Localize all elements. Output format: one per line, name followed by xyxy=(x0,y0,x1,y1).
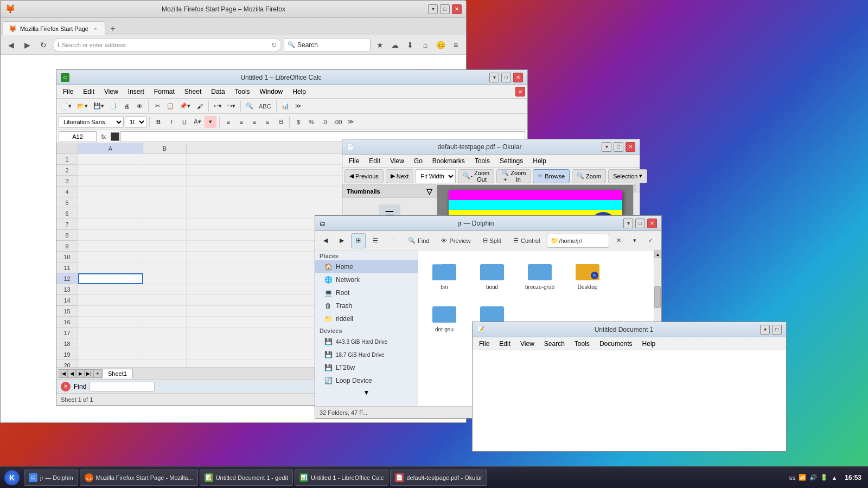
cell-b2[interactable] xyxy=(143,165,187,176)
cell-a19[interactable] xyxy=(78,349,143,360)
calc-italic-btn[interactable]: I xyxy=(165,116,177,128)
row-17[interactable]: 17 xyxy=(56,328,78,338)
taskbar-item-calc[interactable]: 📊 Untitled 1 - LibreOffice Calc xyxy=(295,470,388,486)
calc-align-right-btn[interactable]: ≡ xyxy=(248,116,260,128)
gedit-menu-documents[interactable]: Documents xyxy=(595,339,637,349)
firefox-tab-main[interactable]: 🦊 Mozilla Firefox Start Page × xyxy=(3,21,105,35)
dolphin-close-btn[interactable]: ✕ xyxy=(647,219,657,228)
okular-sidebar-filter[interactable]: ▽ xyxy=(426,187,432,196)
firefox-address-bar[interactable]: ℹ Search or enter address ↻ xyxy=(53,38,282,52)
okular-menu-edit[interactable]: Edit xyxy=(365,156,385,166)
place-root[interactable]: 💻 Root xyxy=(315,286,418,299)
calc-underline-btn[interactable]: U xyxy=(178,116,190,128)
cell-b19[interactable] xyxy=(143,349,187,360)
cell-b1[interactable] xyxy=(143,154,187,165)
sheet-add-tab[interactable]: + xyxy=(93,369,102,378)
row-13[interactable]: 13 xyxy=(56,284,78,295)
cell-b7[interactable] xyxy=(143,219,187,230)
calc-tb-redo[interactable]: ↪▾ xyxy=(225,100,238,112)
cell-b6[interactable] xyxy=(143,208,187,219)
okular-next-btn[interactable]: ▶ Next xyxy=(386,169,414,183)
cell-b14[interactable] xyxy=(143,295,187,306)
calc-tb-find[interactable]: 🔍 xyxy=(244,100,256,112)
cell-b3[interactable] xyxy=(143,176,187,187)
calc-menu-format[interactable]: Format xyxy=(150,87,179,97)
firefox-reload-btn[interactable]: ↻ xyxy=(36,38,50,52)
calc-tb-paste[interactable]: 📌▾ xyxy=(177,100,193,112)
calc-size-selector[interactable]: 10 xyxy=(125,116,146,128)
calc-menu-data[interactable]: Data xyxy=(207,87,229,97)
firefox-pocket-btn[interactable]: ⬇ xyxy=(403,38,417,52)
gedit-menu-view[interactable]: View xyxy=(516,339,539,349)
cell-reference-input[interactable] xyxy=(59,131,97,142)
cell-a4[interactable] xyxy=(78,187,143,197)
taskbar-item-dolphin[interactable]: 🗂 jr — Dolphin xyxy=(24,470,78,486)
gedit-menu-tools[interactable]: Tools xyxy=(570,339,594,349)
calc-close-btn[interactable]: ✕ xyxy=(513,73,523,82)
cell-b10[interactable] xyxy=(143,252,187,262)
calc-menu-tools[interactable]: Tools xyxy=(231,87,254,97)
firefox-new-tab-btn[interactable]: + xyxy=(106,22,119,35)
calc-menu-window[interactable]: Window xyxy=(256,87,288,97)
calc-tb-undo[interactable]: ↩▾ xyxy=(212,100,224,112)
row-8[interactable]: 8 xyxy=(56,230,78,241)
dolphin-maximize-btn[interactable]: □ xyxy=(635,219,645,228)
gedit-menu-search[interactable]: Search xyxy=(540,339,569,349)
calc-maximize-btn[interactable]: □ xyxy=(501,73,511,82)
cell-a17[interactable] xyxy=(78,328,143,338)
row-11[interactable]: 11 xyxy=(56,262,78,273)
dolphin-address-expand[interactable]: ▾ xyxy=(628,233,641,248)
cell-a3[interactable] xyxy=(78,176,143,187)
cell-b18[interactable] xyxy=(143,338,187,349)
row-6[interactable]: 6 xyxy=(56,208,78,219)
cell-a6[interactable] xyxy=(78,208,143,219)
place-hd-443[interactable]: 💾 443.3 GiB Hard Drive xyxy=(315,335,418,348)
row-12[interactable]: 12 xyxy=(56,273,78,284)
row-15[interactable]: 15 xyxy=(56,306,78,317)
cell-b15[interactable] xyxy=(143,306,187,317)
cell-a9[interactable] xyxy=(78,241,143,252)
calc-currency-btn[interactable]: $ xyxy=(292,116,304,128)
calc-tb-print[interactable]: 🖨 xyxy=(120,100,132,112)
okular-maximize-btn[interactable]: □ xyxy=(614,142,623,152)
place-hd-18[interactable]: 💾 18.7 GiB Hard Drive xyxy=(315,348,418,361)
calc-tb-cut[interactable]: ✂ xyxy=(151,100,163,112)
firefox-home-btn[interactable]: ⌂ xyxy=(418,38,432,52)
file-dot-gnu[interactable]: dot-gnu xyxy=(423,297,466,335)
sheet-nav-next[interactable]: ▶ xyxy=(76,369,85,378)
dolphin-minimize-btn[interactable]: ▾ xyxy=(623,219,633,228)
row-10[interactable]: 10 xyxy=(56,252,78,262)
firefox-back-btn[interactable]: ◀ xyxy=(4,38,18,52)
okular-zoom-in-btn[interactable]: 🔍+ Zoom In xyxy=(496,169,531,183)
cell-a20[interactable] xyxy=(78,360,143,367)
calc-bold-btn[interactable]: B xyxy=(152,116,164,128)
sheet-nav-first[interactable]: |◀ xyxy=(59,369,67,378)
dolphin-back-btn[interactable]: ◀ xyxy=(318,233,333,248)
sheet-nav-prev[interactable]: ◀ xyxy=(67,369,76,378)
row-14[interactable]: 14 xyxy=(56,295,78,306)
cell-a14[interactable] xyxy=(78,295,143,306)
dolphin-address-confirm[interactable]: ✓ xyxy=(643,233,658,248)
calc-tb-open[interactable]: 📂▾ xyxy=(75,100,90,112)
dolphin-view-icons-btn[interactable]: ⊞ xyxy=(351,233,366,248)
row-18[interactable]: 18 xyxy=(56,338,78,349)
okular-zoom-btn[interactable]: 🔍 Zoom xyxy=(572,169,606,183)
row-5[interactable]: 5 xyxy=(56,197,78,208)
row-19[interactable]: 19 xyxy=(56,349,78,360)
calc-more2-btn[interactable]: ≫ xyxy=(345,116,357,128)
col-header-b[interactable]: B xyxy=(143,143,187,154)
okular-menu-go[interactable]: Go xyxy=(410,156,427,166)
okular-menu-help[interactable]: Help xyxy=(528,156,551,166)
dolphin-preview-btn[interactable]: 👁 Preview xyxy=(436,233,475,248)
calc-decimal-dec-btn[interactable]: .00 xyxy=(331,116,344,128)
gedit-menu-edit[interactable]: Edit xyxy=(495,339,515,349)
taskbar-item-firefox[interactable]: 🦊 Mozilla Firefox Start Page - Mozilla..… xyxy=(80,470,198,486)
firefox-minimize-btn[interactable]: ▾ xyxy=(428,4,438,14)
calc-align-justify-btn[interactable]: ≡ xyxy=(261,116,273,128)
okular-menu-view[interactable]: View xyxy=(386,156,409,166)
taskbar-start-btn[interactable]: K xyxy=(2,469,22,486)
firefox-tab-close[interactable]: × xyxy=(92,25,99,33)
place-trash[interactable]: 🗑 Trash xyxy=(315,299,418,312)
taskbar-item-okular[interactable]: 📄 default-testpage.pdf - Okular xyxy=(390,470,487,486)
dolphin-address-bar[interactable]: 📁 /home/jr/ xyxy=(547,234,609,248)
